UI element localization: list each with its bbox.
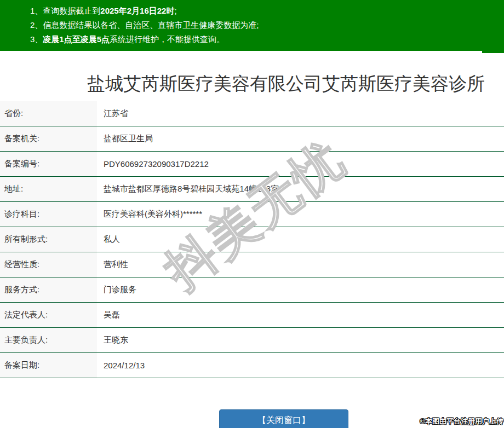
table-row-address: 地址: 盐城市盐都区厚德路8号碧桂园天域苑14幢103室: [0, 177, 504, 202]
table-row-service-mode: 服务方式: 门诊服务: [0, 277, 504, 303]
row-label: 主要负责人:: [0, 328, 97, 352]
row-label: 所有制形式:: [0, 227, 97, 252]
notice-1-bold: 2025年2月16日22时: [100, 6, 174, 15]
row-label: 备案编号:: [0, 152, 97, 176]
copyright-credit: ©本图由平台注册用户上传: [420, 417, 503, 426]
table-row-ownership-form: 所有制形式: 私人: [0, 227, 504, 252]
row-value: 吴磊: [97, 310, 120, 320]
row-label: 经营性质:: [0, 252, 97, 277]
row-value: 门诊服务: [97, 285, 136, 295]
row-label: 备案机关:: [0, 126, 97, 151]
row-value: 盐城市盐都区厚德路8号碧桂园天域苑14幢103室: [97, 184, 279, 194]
row-value: 营利性: [97, 259, 128, 270]
row-value: 盐都区卫生局: [97, 134, 153, 144]
notice-1-number: 1、: [30, 6, 43, 15]
table-row-legal-representative: 法定代表人: 吴磊: [0, 303, 504, 328]
notice-3-suffix: 系统进行维护，不能提供查询。: [110, 34, 225, 44]
page-title: 盐城艾芮斯医疗美容有限公司艾芮斯医疗美容诊所: [0, 72, 504, 96]
table-row-filing-date: 备案日期: 2024/12/13: [0, 353, 504, 378]
row-value: PDY60692732090317D2212: [97, 159, 209, 169]
notice-3-number: 3、: [30, 34, 43, 44]
row-label: 服务方式:: [0, 277, 97, 302]
row-value: 王晓东: [97, 335, 128, 345]
info-table: 省份: 江苏省 备案机关: 盐都区卫生局 备案编号: PDY6069273209…: [0, 101, 504, 378]
table-row-business-nature: 经营性质: 营利性: [0, 252, 504, 277]
table-row-filing-number: 备案编号: PDY60692732090317D2212: [0, 152, 504, 177]
notice-1-suffix: ;: [174, 6, 176, 15]
row-value: 医疗美容科(美容外科)******: [97, 209, 202, 219]
table-row-province: 省份: 江苏省: [0, 101, 504, 126]
banner-overflow-fragment: [482, 51, 504, 53]
row-value: 2024/12/13: [97, 361, 145, 370]
row-label: 诊疗科目:: [0, 202, 97, 227]
notice-2-text: 信息数据结果以各省、自治区、直辖市卫生健康委数据为准;: [43, 20, 259, 30]
table-row-principal: 主要负责人: 王晓东: [0, 328, 504, 353]
notice-3-bold: 凌晨1点至凌晨5点: [43, 34, 110, 44]
row-value: 私人: [97, 234, 120, 245]
notice-1-text: 查询数据截止到: [43, 6, 100, 15]
table-row-filing-authority: 备案机关: 盐都区卫生局: [0, 126, 504, 152]
row-label: 省份:: [0, 101, 97, 126]
notice-bar: 1、查询数据截止到2025年2月16日22时; 2、信息数据结果以各省、自治区、…: [0, 0, 504, 51]
row-value: 江苏省: [97, 108, 128, 119]
row-label: 备案日期:: [0, 353, 97, 378]
notice-line-1: 1、查询数据截止到2025年2月16日22时;: [30, 4, 499, 18]
row-label: 法定代表人:: [0, 303, 97, 327]
notice-2-number: 2、: [30, 20, 43, 30]
notice-line-3: 3、凌晨1点至凌晨5点系统进行维护，不能提供查询。: [30, 32, 499, 47]
page: 1、查询数据截止到2025年2月16日22时; 2、信息数据结果以各省、自治区、…: [0, 0, 504, 428]
row-label: 地址:: [0, 177, 97, 201]
notice-line-2: 2、信息数据结果以各省、自治区、直辖市卫生健康委数据为准;: [30, 18, 499, 32]
table-row-medical-subjects: 诊疗科目: 医疗美容科(美容外科)******: [0, 202, 504, 227]
close-window-button[interactable]: 【关闭窗口】: [219, 409, 348, 428]
